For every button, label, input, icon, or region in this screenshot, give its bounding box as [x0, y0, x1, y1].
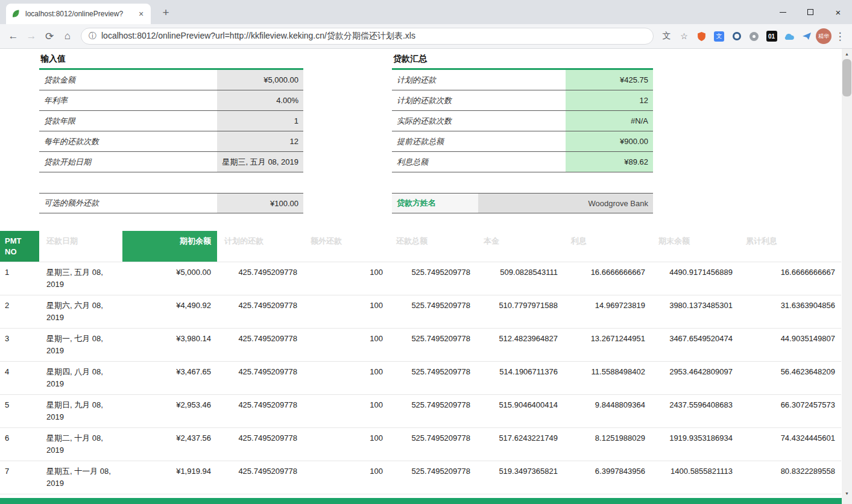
cell-pmt-no: 6: [0, 428, 39, 461]
cell-cumulative-interest: 74.4324445601: [739, 428, 841, 461]
cell-pmt-no: 7: [0, 461, 39, 494]
window-controls: ×: [769, 0, 852, 24]
cell-ending-balance: 2953.4642809097: [651, 362, 739, 394]
input-row: 贷款开始日期星期三, 五月 08, 2019: [39, 152, 303, 172]
badge-extension-icon[interactable]: 01: [763, 28, 780, 45]
summary-row-label: 计划的还款次数: [392, 90, 566, 110]
reload-button[interactable]: ⟳: [41, 28, 58, 45]
scroll-up-icon[interactable]: ▲: [842, 49, 852, 58]
amortization-table: PMT NO还款日期期初余额计划的还款额外还款还款总额本金利息期末余额累计利息 …: [0, 231, 841, 498]
page-info-icon[interactable]: ⓘ: [89, 31, 96, 42]
cell-interest: 6.3997843956: [564, 461, 651, 494]
table-row: 6星期二, 十月 08, 2019¥2,437.56425.7495209778…: [0, 428, 841, 461]
back-button[interactable]: ←: [5, 28, 22, 45]
tab-strip: localhost:8012/onlinePreview? × + ×: [0, 0, 852, 24]
summary-panel-title: 贷款汇总: [392, 51, 653, 70]
cell-payment-date: 星期四, 八月 08, 2019: [39, 362, 122, 394]
translate-icon[interactable]: 文: [658, 28, 675, 45]
cell-scheduled-payment: 425.7495209778: [217, 428, 303, 461]
cell-principal: 519.3497365821: [476, 461, 564, 494]
cell-principal: 512.4823964827: [476, 329, 564, 361]
forward-button[interactable]: →: [23, 28, 40, 45]
summary-panel: 贷款汇总 计划的还款¥425.75计划的还款次数12实际的还款次数#N/A提前还…: [392, 51, 653, 213]
cloud-extension-icon[interactable]: [781, 28, 797, 45]
cell-extra-payment: 100: [303, 295, 389, 328]
cell-total-payment: 525.7495209778: [389, 395, 476, 427]
cell-payment-date: 星期三, 五月 08, 2019: [39, 262, 122, 295]
browser-menu-icon[interactable]: ⋮: [833, 30, 847, 43]
home-button[interactable]: ⌂: [59, 28, 76, 45]
scroll-down-icon[interactable]: ▼: [842, 488, 852, 498]
cell-pmt-no: 2: [0, 295, 39, 328]
cell-scheduled-payment: 425.7495209778: [217, 395, 303, 427]
extra-payment-label: 可选的额外还款: [39, 194, 217, 213]
lender-row: 贷款方姓名 Woodgrove Bank: [392, 193, 653, 213]
maximize-icon: [807, 9, 813, 15]
maximize-button[interactable]: [797, 0, 824, 24]
header-cumulative-interest: 累计利息: [739, 231, 841, 262]
cell-interest: 16.6666666667: [564, 262, 651, 295]
cell-cumulative-interest: 31.6363904856: [739, 295, 841, 328]
summary-row: 计划的还款次数12: [392, 90, 653, 111]
url-text: localhost:8012/onlinePreview?url=http://…: [101, 31, 415, 42]
tab-close-icon[interactable]: ×: [136, 9, 146, 19]
cell-principal: 509.0828543111: [476, 262, 564, 295]
header-ending-balance: 期末余额: [651, 231, 739, 262]
cell-extra-payment: 100: [303, 329, 389, 361]
cell-principal: 514.1906711376: [476, 362, 564, 394]
input-row-label: 贷款金额: [39, 70, 217, 90]
summary-row-value: ¥425.75: [566, 70, 653, 90]
address-bar[interactable]: ⓘ localhost:8012/onlinePreview?url=http:…: [81, 28, 654, 45]
cell-total-payment: 525.7495209778: [389, 428, 476, 461]
ring-extension-icon[interactable]: [728, 28, 745, 45]
summary-row-label: 计划的还款: [392, 70, 566, 90]
table-row: 5星期日, 九月 08, 2019¥2,953.46425.7495209778…: [0, 395, 841, 428]
cell-beginning-balance: ¥3,980.14: [122, 329, 217, 361]
browser-tab[interactable]: localhost:8012/onlinePreview? ×: [6, 4, 151, 24]
header-extra-payment: 额外还款: [303, 231, 389, 262]
cell-scheduled-payment: 425.7495209778: [217, 329, 303, 361]
summary-row: 实际的还款次数#N/A: [392, 111, 653, 131]
cell-total-payment: 525.7495209778: [389, 295, 476, 328]
cell-cumulative-interest: 44.9035149807: [739, 329, 841, 361]
cell-principal: 510.7797971588: [476, 295, 564, 328]
scrollbar-corner: [842, 498, 852, 504]
scrollbar-thumb[interactable]: [842, 59, 851, 96]
cell-beginning-balance: ¥2,953.46: [122, 395, 217, 427]
summary-row: 提前还款总额¥900.00: [392, 131, 653, 152]
cell-interest: 8.1251988029: [564, 428, 651, 461]
cell-interest: 13.2671244951: [564, 329, 651, 361]
minimize-button[interactable]: [769, 0, 797, 24]
input-row-label: 年利率: [39, 90, 217, 110]
shield-extension-icon[interactable]: [693, 28, 710, 45]
header-principal: 本金: [476, 231, 564, 262]
amortization-table-header: PMT NO还款日期期初余额计划的还款额外还款还款总额本金利息期末余额累计利息: [0, 231, 841, 262]
input-row-value: ¥5,000.00: [217, 70, 303, 90]
cell-principal: 515.9046400414: [476, 395, 564, 427]
cell-ending-balance: 3980.1373485301: [651, 295, 739, 328]
blue-translate-extension-icon[interactable]: 文: [711, 28, 727, 45]
input-row-value: 星期三, 五月 08, 2019: [217, 152, 303, 172]
cell-ending-balance: 1919.9353186934: [651, 428, 739, 461]
close-button[interactable]: ×: [824, 0, 852, 24]
browser-window: localhost:8012/onlinePreview? × + × ← → …: [0, 0, 852, 504]
cell-scheduled-payment: 425.7495209778: [217, 262, 303, 295]
header-payment-date: 还款日期: [39, 231, 122, 262]
amortization-table-body: 1星期三, 五月 08, 2019¥5,000.00425.7495209778…: [0, 262, 841, 498]
new-tab-button[interactable]: +: [158, 5, 174, 20]
bookmark-star-icon[interactable]: ☆: [676, 28, 692, 45]
summary-rows: 计划的还款¥425.75计划的还款次数12实际的还款次数#N/A提前还款总额¥9…: [392, 70, 653, 172]
blue-bird-extension-icon[interactable]: [798, 28, 815, 45]
extra-payment-row: 可选的额外还款 ¥100.00: [39, 193, 303, 213]
vertical-scrollbar[interactable]: ▲ ▼: [842, 49, 852, 498]
cell-beginning-balance: ¥4,490.92: [122, 295, 217, 328]
cell-beginning-balance: ¥5,000.00: [122, 262, 217, 295]
summary-row: 计划的还款¥425.75: [392, 70, 653, 90]
cell-cumulative-interest: 66.3072457573: [739, 395, 841, 427]
cell-pmt-no: 5: [0, 395, 39, 427]
profile-avatar[interactable]: 精华: [816, 28, 831, 44]
gray-extension-icon[interactable]: [746, 28, 762, 45]
table-row: 4星期四, 八月 08, 2019¥3,467.65425.7495209778…: [0, 362, 841, 395]
cell-interest: 9.8448809364: [564, 395, 651, 427]
cell-total-payment: 525.7495209778: [389, 262, 476, 295]
